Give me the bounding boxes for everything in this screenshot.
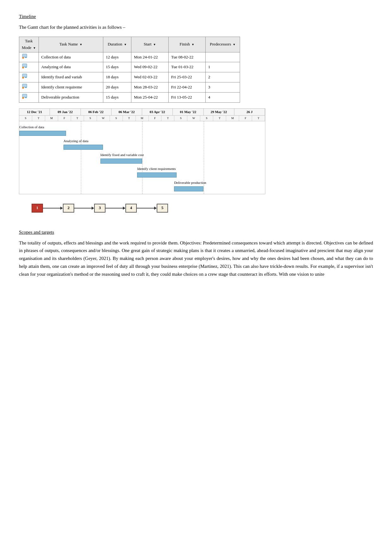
col-header-duration: Duration ▼ [103,37,131,52]
gantt-task-row: Identify client requirements [19,166,265,178]
gantt-month-cell: 26 J [234,109,265,116]
gantt-day-cell: T [123,116,136,121]
gantt-month-cell: 29 May '22 [204,109,234,116]
gantt-task-label: Identify fixed and variable cost [100,152,144,158]
gantt-day-cell: F [239,116,252,121]
task-start-cell: Wed 09-02-22 [131,62,169,72]
gantt-task-label: Deliverable production [174,180,206,186]
milestone-arrow [106,207,125,210]
milestone-box: 5 [157,204,168,213]
col-header-predecessors: Predecessors ▼ [205,37,240,52]
gantt-day-cell: S [200,116,213,121]
gantt-day-cell: T [213,116,226,121]
task-finish-cell: Fri 25-03-22 [168,72,205,82]
scopes-section: Scopes and targets The totality of outpu… [19,228,373,278]
gantt-day-cell: S [84,116,97,121]
gantt-task-label: Identify client requirements [137,166,176,172]
svg-rect-12 [22,94,27,97]
gantt-chart: 12 Dec '2109 Jan '2206 Feb '2206 Mar '22… [19,108,265,194]
gantt-month-cell: 06 Feb '22 [81,109,112,116]
task-predecessors-cell: 2 [205,72,240,82]
table-row: Analyzing of data15 daysWed 09-02-22Tue … [19,62,240,72]
pred-dropdown-arrow[interactable]: ▼ [233,43,236,46]
gantt-day-cell: M [226,116,239,121]
timeline-title: Timeline [19,13,373,20]
task-start-cell: Wed 02-03-22 [131,72,169,82]
col-header-name: Task Name ▼ [39,37,103,52]
milestone-box: 3 [94,204,106,213]
scopes-body: The totality of outputs, effects and ble… [19,239,373,278]
gantt-task-bar [19,131,66,136]
arrow-line [74,208,92,208]
name-dropdown-arrow[interactable]: ▼ [80,43,82,46]
gantt-task-row: Identify fixed and variable cost [19,152,265,164]
gantt-month-cell: 01 May '22 [173,109,203,116]
table-row: Deliverable production15 daysMon 25-04-2… [19,92,240,102]
gantt-task-label: Analyzing of data [63,138,88,144]
milestone-box: 2 [63,204,74,213]
finish-dropdown-arrow[interactable]: ▼ [191,43,194,46]
arrowhead-icon [154,207,157,210]
task-mode-icon [22,85,29,90]
arrowhead-icon [60,207,63,210]
task-mode-icon [22,95,29,100]
task-duration-cell: 20 days [103,82,131,92]
task-mode-icon [22,75,29,80]
arrowhead-icon [123,207,125,210]
start-dropdown-arrow[interactable]: ▼ [153,43,156,46]
gantt-day-cell: F [149,116,162,121]
gantt-task-bar [63,145,103,150]
gantt-day-cell: S [110,116,123,121]
svg-rect-3 [22,64,27,67]
milestone-arrow [74,207,94,210]
mode-dropdown-arrow[interactable]: ▼ [33,46,36,50]
svg-rect-6 [22,74,27,77]
task-finish-cell: Fri 13-05-22 [168,92,205,102]
task-name-cell: Collection of data [39,52,103,62]
svg-rect-9 [22,84,27,87]
gantt-task-row: Deliverable production [19,179,265,192]
gantt-day-cell: S [174,116,187,121]
table-row: Identify client requireme20 daysMon 28-0… [19,82,240,92]
milestone-arrow [43,207,63,210]
task-predecessors-cell: 3 [205,82,240,92]
gantt-day-cell: T [161,116,174,121]
task-mode-cell [19,92,39,102]
arrow-line [43,208,60,208]
gantt-day-cell: F [58,116,71,121]
task-duration-cell: 12 days [103,52,131,62]
svg-rect-13 [22,97,24,99]
gantt-month-cell: 12 Dec '21 [19,109,50,116]
gantt-task-label: Collection of data [19,124,44,130]
gantt-task-bar [137,172,176,178]
col-header-finish: Finish ▼ [168,37,205,52]
gantt-month-cell: 09 Jan '22 [50,109,81,116]
arrow-line [137,208,154,208]
task-name-cell: Analyzing of data [39,62,103,72]
gantt-day-cell: W [97,116,110,121]
gantt-month-header: 12 Dec '2109 Jan '2206 Feb '2206 Mar '22… [19,109,265,116]
task-predecessors-cell: 1 [205,62,240,72]
gantt-task-bar [100,159,142,164]
intro-text: The Gantt chart for the planned activiti… [19,23,373,31]
gantt-table: TaskMode ▼ Task Name ▼ Duration ▼ Start … [19,37,240,103]
svg-rect-10 [22,87,24,88]
table-row: Identify fixed and variab18 daysWed 02-0… [19,72,240,82]
gantt-month-cell: 03 Apr '22 [142,109,173,116]
milestone-row: 12345 [32,204,373,213]
gantt-day-header: STMFTSWSTMFTSWSTMFT [19,116,265,121]
duration-dropdown-arrow[interactable]: ▼ [124,43,127,46]
task-predecessors-cell [205,52,240,62]
timeline-section: Timeline The Gantt chart for the planned… [19,13,373,213]
gantt-day-cell: W [187,116,200,121]
gantt-day-cell: M [45,116,58,121]
task-name-cell: Identify fixed and variab [39,72,103,82]
milestone-arrow [137,207,157,210]
gantt-day-cell: M [136,116,149,121]
task-finish-cell: Fri 22-04-22 [168,82,205,92]
gantt-task-row: Collection of data [19,124,265,136]
svg-rect-4 [22,67,24,68]
task-start-cell: Mon 25-04-22 [131,92,169,102]
task-mode-cell [19,52,39,62]
task-start-cell: Mon 24-01-22 [131,52,169,62]
